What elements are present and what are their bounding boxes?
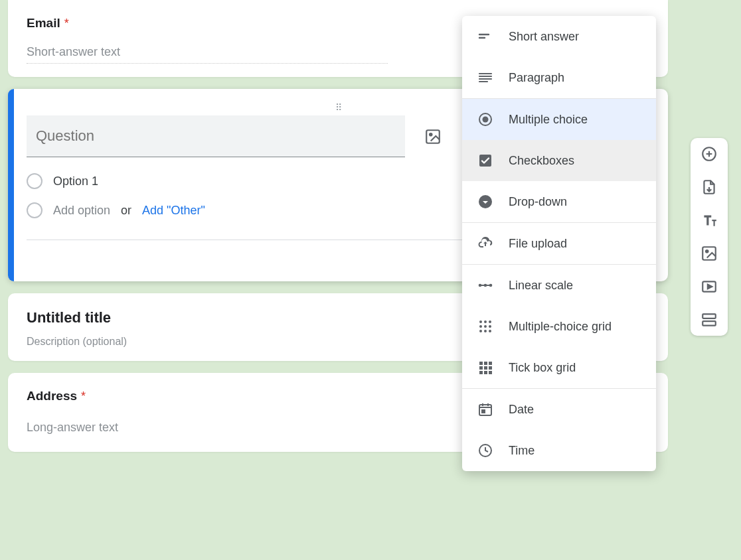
dot-grid-icon — [477, 318, 494, 335]
type-date[interactable]: Date — [462, 389, 656, 430]
question-title-input[interactable] — [27, 115, 405, 157]
radio-selected-icon — [477, 111, 494, 128]
svg-rect-28 — [489, 371, 492, 374]
add-title-button[interactable] — [700, 211, 718, 230]
svg-point-16 — [489, 325, 491, 328]
type-short-answer-label: Short answer — [509, 30, 579, 44]
import-icon — [700, 178, 718, 196]
add-image-button[interactable] — [421, 125, 445, 149]
type-linear-scale[interactable]: Linear scale — [462, 265, 656, 306]
radio-icon — [27, 173, 42, 189]
svg-point-13 — [489, 320, 491, 323]
svg-point-34 — [706, 250, 708, 252]
svg-rect-27 — [484, 371, 487, 374]
type-checkboxes[interactable]: Checkboxes — [462, 140, 656, 181]
paragraph-icon — [477, 69, 494, 86]
type-mc-grid[interactable]: Multiple-choice grid — [462, 306, 656, 347]
svg-point-19 — [489, 330, 491, 332]
svg-point-15 — [484, 325, 487, 328]
svg-rect-20 — [479, 362, 483, 365]
checkbox-icon — [477, 152, 494, 169]
svg-rect-26 — [479, 371, 483, 374]
type-paragraph[interactable]: Paragraph — [462, 57, 656, 98]
image-icon — [700, 245, 718, 262]
svg-rect-21 — [484, 362, 487, 365]
type-paragraph-label: Paragraph — [509, 71, 564, 85]
svg-point-12 — [484, 320, 487, 323]
address-label: Address — [27, 389, 77, 403]
required-asterisk: * — [81, 389, 86, 403]
title-icon — [700, 212, 718, 229]
svg-rect-23 — [479, 366, 483, 370]
type-multiple-choice-label: Multiple choice — [509, 113, 588, 127]
svg-point-11 — [479, 320, 482, 323]
svg-rect-22 — [489, 362, 492, 365]
type-tick-grid[interactable]: Tick box grid — [462, 347, 656, 388]
import-questions-button[interactable] — [700, 178, 718, 196]
add-question-button[interactable] — [700, 145, 718, 163]
type-file-upload-label: File upload — [509, 237, 567, 251]
radio-icon — [27, 202, 42, 218]
type-checkboxes-label: Checkboxes — [509, 154, 574, 168]
add-image-toolbar-button[interactable] — [700, 244, 718, 263]
linear-scale-icon — [477, 277, 494, 294]
svg-point-17 — [479, 330, 482, 332]
dropdown-icon — [477, 193, 494, 210]
svg-rect-30 — [482, 410, 485, 413]
calendar-icon — [477, 401, 494, 418]
section-icon — [700, 311, 718, 328]
type-mc-grid-label: Multiple-choice grid — [509, 320, 612, 334]
svg-rect-36 — [702, 314, 716, 318]
svg-rect-24 — [484, 366, 487, 370]
type-date-label: Date — [509, 403, 534, 417]
plus-circle-icon — [700, 145, 718, 163]
type-linear-scale-label: Linear scale — [509, 279, 573, 293]
add-option-text[interactable]: Add option — [53, 204, 110, 218]
floating-toolbar — [691, 138, 728, 336]
clock-icon — [477, 442, 494, 459]
svg-point-18 — [484, 330, 487, 332]
short-answer-icon — [477, 28, 494, 45]
svg-rect-37 — [702, 321, 716, 326]
cloud-upload-icon — [477, 235, 494, 252]
required-asterisk: * — [64, 17, 69, 31]
or-text: or — [121, 204, 131, 218]
svg-rect-10 — [480, 285, 491, 286]
address-answer-placeholder: Long-answer text — [27, 421, 388, 439]
type-time[interactable]: Time — [462, 430, 656, 471]
option-1-label[interactable]: Option 1 — [53, 175, 98, 188]
image-icon — [424, 128, 442, 145]
type-file-upload[interactable]: File upload — [462, 223, 656, 264]
question-type-menu[interactable]: Short answer Paragraph Multiple choice C… — [462, 16, 656, 471]
add-other-link[interactable]: Add "Other" — [142, 204, 205, 218]
add-video-button[interactable] — [700, 277, 718, 296]
svg-point-14 — [479, 325, 482, 328]
square-grid-icon — [477, 359, 494, 376]
type-dropdown-label: Drop-down — [509, 195, 567, 209]
email-answer-placeholder: Short-answer text — [27, 45, 388, 64]
type-time-label: Time — [509, 444, 535, 458]
type-tick-grid-label: Tick box grid — [509, 361, 576, 375]
email-label: Email — [27, 16, 60, 31]
svg-rect-25 — [489, 366, 492, 370]
video-icon — [700, 278, 718, 295]
add-section-button[interactable] — [700, 311, 718, 329]
type-short-answer[interactable]: Short answer — [462, 16, 656, 57]
svg-point-1 — [430, 133, 432, 135]
type-dropdown[interactable]: Drop-down — [462, 181, 656, 222]
svg-point-4 — [483, 117, 489, 123]
type-multiple-choice[interactable]: Multiple choice — [462, 99, 656, 140]
